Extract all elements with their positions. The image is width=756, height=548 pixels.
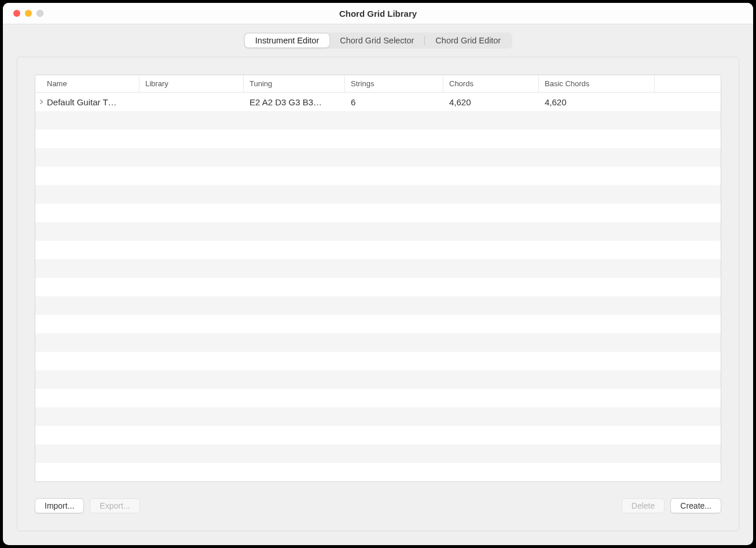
cell-empty <box>655 296 721 315</box>
cell-empty <box>244 204 345 222</box>
import-button[interactable]: Import... <box>35 498 84 513</box>
column-header-chords[interactable]: Chords <box>443 75 539 92</box>
cell-empty <box>140 370 244 389</box>
table-row-empty <box>35 148 721 167</box>
cell-empty <box>244 333 345 352</box>
table-row-empty <box>35 352 721 370</box>
table-row-empty <box>35 222 721 241</box>
cell-empty <box>140 241 244 259</box>
cell-empty <box>443 426 539 444</box>
column-header-name[interactable]: Name <box>35 75 140 92</box>
cell-empty <box>244 259 345 278</box>
cell-empty <box>244 315 345 333</box>
cell-empty <box>35 296 140 315</box>
column-header-extra[interactable] <box>655 75 721 92</box>
close-icon[interactable] <box>13 10 20 17</box>
cell-empty <box>655 111 721 130</box>
cell-empty <box>140 278 244 296</box>
cell-empty <box>539 352 655 370</box>
column-header-basic-chords[interactable]: Basic Chords <box>539 75 655 92</box>
tab-instrument-editor[interactable]: Instrument Editor <box>245 34 329 47</box>
tab-chord-grid-selector[interactable]: Chord Grid Selector <box>329 34 424 47</box>
export-button: Export... <box>90 498 140 513</box>
cell-empty <box>244 278 345 296</box>
cell-empty <box>140 352 244 370</box>
cell-empty <box>443 241 539 259</box>
cell-extra <box>655 93 721 111</box>
cell-empty <box>345 315 443 333</box>
cell-tuning: E2 A2 D3 G3 B3… <box>244 93 345 111</box>
table-header: Name Library Tuning Strings Chords Basic… <box>35 75 721 93</box>
cell-empty <box>655 130 721 148</box>
cell-empty <box>655 241 721 259</box>
cell-empty <box>539 167 655 185</box>
table-row-empty <box>35 167 721 185</box>
minimize-icon[interactable] <box>25 10 32 17</box>
cell-empty <box>443 185 539 204</box>
chevron-right-icon[interactable] <box>39 99 45 105</box>
cell-empty <box>35 130 140 148</box>
column-header-library[interactable]: Library <box>140 75 244 92</box>
titlebar: Chord Grid Library <box>3 3 753 24</box>
table-row-empty <box>35 278 721 296</box>
cell-empty <box>345 407 443 426</box>
cell-empty <box>443 389 539 407</box>
cell-empty <box>140 333 244 352</box>
table-row-empty <box>35 333 721 352</box>
cell-empty <box>345 130 443 148</box>
cell-empty <box>244 463 345 481</box>
traffic-lights <box>3 10 43 17</box>
cell-empty <box>345 259 443 278</box>
cell-empty <box>443 167 539 185</box>
cell-empty <box>539 463 655 481</box>
cell-empty <box>345 389 443 407</box>
tab-chord-grid-editor[interactable]: Chord Grid Editor <box>425 34 511 47</box>
cell-empty <box>443 259 539 278</box>
cell-empty <box>655 463 721 481</box>
cell-empty <box>35 463 140 481</box>
cell-empty <box>35 241 140 259</box>
cell-name: Default Guitar T… <box>35 93 140 111</box>
cell-empty <box>140 259 244 278</box>
cell-empty <box>244 370 345 389</box>
table-body[interactable]: Default Guitar T…E2 A2 D3 G3 B3…64,6204,… <box>35 93 721 481</box>
cell-empty <box>345 185 443 204</box>
table-row-empty <box>35 296 721 315</box>
cell-empty <box>140 296 244 315</box>
cell-empty <box>539 222 655 241</box>
cell-empty <box>35 148 140 167</box>
table-row-empty <box>35 407 721 426</box>
table-row-empty <box>35 241 721 259</box>
cell-empty <box>655 167 721 185</box>
cell-empty <box>244 148 345 167</box>
cell-empty <box>345 241 443 259</box>
cell-empty <box>655 352 721 370</box>
cell-empty <box>655 333 721 352</box>
cell-empty <box>244 352 345 370</box>
cell-empty <box>443 333 539 352</box>
cell-empty <box>345 296 443 315</box>
cell-empty <box>140 315 244 333</box>
cell-empty <box>140 167 244 185</box>
cell-empty <box>140 148 244 167</box>
content: Instrument Editor Chord Grid Selector Ch… <box>3 24 753 545</box>
delete-button: Delete <box>622 498 665 513</box>
cell-empty <box>655 407 721 426</box>
button-group-right: Delete Create... <box>622 498 721 513</box>
table-row[interactable]: Default Guitar T…E2 A2 D3 G3 B3…64,6204,… <box>35 93 721 111</box>
cell-empty <box>244 426 345 444</box>
cell-empty <box>655 370 721 389</box>
cell-text: Default Guitar T… <box>47 97 117 107</box>
cell-empty <box>655 148 721 167</box>
column-header-tuning[interactable]: Tuning <box>244 75 345 92</box>
cell-empty <box>443 111 539 130</box>
cell-empty <box>345 333 443 352</box>
button-group-left: Import... Export... <box>35 498 140 513</box>
maximize-icon[interactable] <box>36 10 43 17</box>
cell-library <box>140 93 244 111</box>
column-header-strings[interactable]: Strings <box>345 75 443 92</box>
app-window: Chord Grid Library Instrument Editor Cho… <box>3 3 753 545</box>
tab-row: Instrument Editor Chord Grid Selector Ch… <box>17 32 739 49</box>
cell-empty <box>35 407 140 426</box>
create-button[interactable]: Create... <box>670 498 721 513</box>
